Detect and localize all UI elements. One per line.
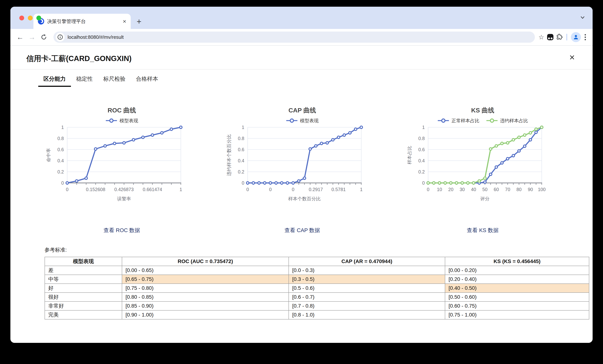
- reload-icon: [41, 34, 47, 40]
- page-tab-4[interactable]: 合格样本: [131, 73, 163, 87]
- page-tab-3[interactable]: 标尺检验: [98, 73, 131, 87]
- table-row: 很好[0.80 - 0.85)[0.6 - 0.7)[0.50 - 0.60): [45, 293, 589, 301]
- svg-text:0: 0: [242, 180, 244, 185]
- page-tab-1[interactable]: 区分能力: [38, 73, 71, 87]
- extensions-puzzle-icon[interactable]: [556, 34, 563, 41]
- data-links-row: 查看 ROC 数据查看 CAP 数据查看 KS 数据: [10, 227, 593, 234]
- forward-button[interactable]: →: [26, 31, 38, 43]
- profile-avatar[interactable]: [571, 32, 581, 42]
- view-ks-data-link[interactable]: 查看 KS 数据: [467, 227, 499, 233]
- view-roc-data-link[interactable]: 查看 ROC 数据: [104, 227, 140, 233]
- table-cell: 中等: [45, 275, 122, 284]
- legend-item[interactable]: 模型表现: [105, 118, 138, 124]
- legend-label: 违约样本占比: [500, 118, 528, 124]
- legend-item[interactable]: 违约样本占比: [486, 118, 528, 124]
- table-row: 完美[0.90 - 1.00)[0.8 - 1.0)[0.75 - 1.00): [45, 310, 589, 319]
- table-cell: 非常好: [45, 301, 122, 310]
- svg-text:0.152608: 0.152608: [86, 187, 105, 192]
- svg-text:0.2: 0.2: [418, 169, 425, 174]
- back-icon: ←: [17, 34, 23, 41]
- table-header-cell: CAP (AR = 0.470944): [289, 257, 445, 266]
- table-cell: [0.50 - 0.60): [445, 293, 589, 301]
- close-window-button[interactable]: [19, 16, 24, 20]
- table-cell: [0.6 - 0.7): [289, 293, 445, 301]
- forward-icon: →: [28, 34, 35, 41]
- svg-text:0.6: 0.6: [57, 147, 64, 152]
- reference-standard-table: 模型表现ROC (AUC = 0.735472)CAP (AR = 0.4709…: [45, 257, 589, 319]
- svg-text:50: 50: [482, 187, 487, 192]
- svg-text:0.8: 0.8: [238, 136, 244, 141]
- charts-row: ROC 曲线模型表现00.20.40.60.8100.1526080.42687…: [10, 106, 593, 218]
- header-divider: [10, 69, 593, 69]
- legend-marker-icon: [437, 118, 449, 123]
- back-button[interactable]: ←: [14, 31, 26, 43]
- svg-text:误警率: 误警率: [117, 196, 131, 201]
- table-row: 差[0.00 - 0.65)[0.0 - 0.3)[0.00 - 0.20): [45, 266, 589, 275]
- table-header-row: 模型表现ROC (AUC = 0.735472)CAP (AR = 0.4709…: [45, 257, 589, 266]
- svg-text:0.5781: 0.5781: [331, 187, 346, 192]
- svg-text:0.426873: 0.426873: [114, 187, 134, 192]
- table-cell: [0.8 - 1.0): [289, 310, 445, 319]
- ks-chart-plot: 00.20.40.60.810102030405060708090100样本占比…: [393, 124, 573, 217]
- table-cell: [0.90 - 1.00): [122, 310, 289, 319]
- table-cell: 差: [45, 266, 122, 275]
- svg-text:40: 40: [471, 187, 476, 192]
- browser-tab[interactable]: 决策引擎管理平台 ×: [34, 14, 131, 29]
- svg-text:1: 1: [422, 125, 425, 130]
- cap-chart-plot: 00.20.40.60.810000.29170.57811违约样本个数百分比样…: [212, 124, 393, 217]
- svg-text:70: 70: [505, 187, 510, 192]
- roc-chart-legend: 模型表现: [32, 118, 212, 124]
- chrome-menu-button[interactable]: [583, 34, 589, 40]
- svg-text:0: 0: [246, 187, 249, 192]
- table-header-cell: KS (KS = 0.456445): [445, 257, 589, 266]
- table-cell: [0.20 - 0.40): [445, 275, 589, 284]
- legend-label: 模型表现: [120, 118, 138, 124]
- url-text: localhost:8080/#/mv/result: [68, 34, 124, 40]
- svg-text:10: 10: [437, 187, 442, 192]
- tab-close-icon[interactable]: ×: [123, 18, 126, 24]
- svg-text:100: 100: [538, 187, 546, 192]
- new-tab-button[interactable]: +: [137, 17, 141, 26]
- page-tab-2[interactable]: 稳定性: [71, 73, 98, 87]
- extension-badge-icon[interactable]: [547, 34, 553, 40]
- link-column: 查看 KS 数据: [393, 227, 573, 234]
- maximize-window-button[interactable]: [36, 16, 41, 20]
- link-column: 查看 ROC 数据: [32, 227, 212, 234]
- table-cell: [0.00 - 0.65): [122, 266, 289, 275]
- toolbar-divider: [567, 34, 567, 40]
- model-tabs: 区分能力稳定性标尺检验合格样本: [38, 73, 593, 87]
- table-row: 中等[0.65 - 0.75)[0.3 - 0.5)[0.20 - 0.40): [45, 275, 589, 284]
- table-cell: [0.00 - 0.20): [445, 266, 589, 275]
- legend-item[interactable]: 模型表现: [286, 118, 319, 124]
- svg-text:1: 1: [180, 187, 182, 192]
- svg-text:0: 0: [427, 187, 429, 192]
- svg-text:0.8: 0.8: [57, 136, 64, 141]
- link-column: 查看 CAP 数据: [212, 227, 393, 234]
- table-cell: [0.75 - 1.00): [445, 310, 589, 319]
- cap-chart: CAP 曲线模型表现00.20.40.60.810000.29170.57811…: [212, 106, 393, 218]
- tab-search-chevron-icon[interactable]: [580, 15, 585, 20]
- reload-button[interactable]: [38, 31, 50, 43]
- svg-text:样本个数百分比: 样本个数百分比: [288, 196, 321, 201]
- bookmark-star-icon[interactable]: ☆: [539, 34, 544, 41]
- table-cell: 好: [45, 284, 122, 293]
- svg-text:1: 1: [61, 125, 64, 130]
- roc-chart: ROC 曲线模型表现00.20.40.60.8100.1526080.42687…: [32, 106, 212, 218]
- ks-chart-legend: 正常样本占比违约样本占比: [393, 118, 573, 124]
- view-cap-data-link[interactable]: 查看 CAP 数据: [284, 227, 320, 233]
- cap-chart-title: CAP 曲线: [212, 106, 393, 115]
- table-cell: [0.85 - 0.90): [122, 301, 289, 310]
- svg-text:30: 30: [460, 187, 465, 192]
- table-cell: [0.3 - 0.5): [289, 275, 445, 284]
- table-cell: [0.7 - 0.8): [289, 301, 445, 310]
- browser-tab-title: 决策引擎管理平台: [47, 18, 120, 25]
- address-bar[interactable]: localhost:8080/#/mv/result: [53, 32, 535, 43]
- minimize-window-button[interactable]: [28, 16, 33, 20]
- site-info-icon[interactable]: [56, 33, 65, 42]
- svg-text:80: 80: [516, 187, 522, 192]
- svg-text:0.4: 0.4: [238, 158, 244, 163]
- legend-item[interactable]: 正常样本占比: [437, 118, 479, 124]
- page-close-button[interactable]: ×: [569, 53, 575, 62]
- roc-chart-title: ROC 曲线: [32, 106, 212, 115]
- legend-label: 模型表现: [300, 118, 319, 124]
